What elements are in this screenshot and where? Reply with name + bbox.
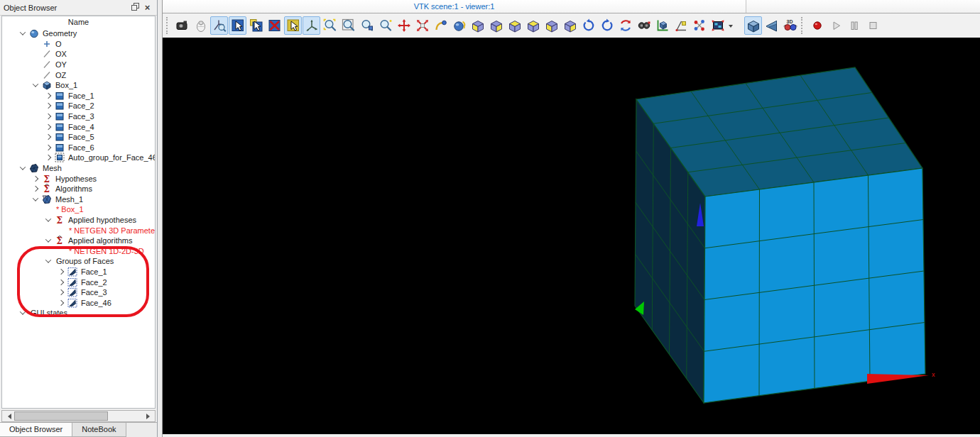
tab-notebook[interactable]: NoteBook [72, 423, 126, 437]
trihedron-axes-button[interactable] [303, 16, 320, 35]
rotation-button[interactable] [450, 16, 468, 35]
reset-view-button[interactable] [616, 16, 634, 35]
expand-chevron-icon[interactable] [42, 155, 55, 160]
expand-chevron-icon[interactable] [42, 114, 55, 118]
tree-item-applied-hypotheses[interactable]: ΣApplied hypotheses [2, 215, 155, 226]
tree-item-face-46[interactable]: Face_46 [2, 297, 155, 308]
tree-item-hypotheses[interactable]: ΣHypotheses [2, 173, 155, 184]
scroll-right-button[interactable] [143, 411, 155, 421]
tree-item-groups-of-faces[interactable]: Groups of Faces [2, 256, 155, 267]
float-window-button[interactable] [129, 1, 141, 13]
change-rotation-point-button[interactable] [432, 16, 450, 35]
graduated-axes-button[interactable] [653, 16, 671, 35]
bottom-view-button[interactable] [524, 16, 542, 35]
dump-view-button[interactable] [173, 16, 191, 35]
expand-chevron-icon[interactable] [42, 104, 55, 108]
global-panning-button[interactable] [413, 16, 431, 35]
face-icon [55, 122, 67, 132]
stop-recording-button[interactable] [864, 16, 881, 35]
vtk-scene-tab[interactable]: VTK scene:1 - viewer:1 [163, 0, 746, 13]
horizontal-scrollbar[interactable] [1, 410, 156, 422]
expand-chevron-icon[interactable] [55, 290, 67, 294]
right-view-button[interactable] [561, 16, 579, 35]
collapse-chevron-icon[interactable] [42, 259, 55, 263]
tree-item-face-3[interactable]: Face_3 [2, 287, 155, 298]
expand-chevron-icon[interactable] [29, 177, 42, 181]
expand-chevron-icon[interactable] [55, 301, 67, 305]
expand-chevron-icon[interactable] [42, 135, 55, 139]
panning-button[interactable] [395, 16, 413, 35]
expand-chevron-icon[interactable] [55, 270, 67, 274]
top-view-button[interactable] [506, 16, 523, 35]
scaling-button[interactable] [672, 16, 690, 35]
collapse-chevron-icon[interactable] [16, 166, 29, 170]
collapse-chevron-icon[interactable] [29, 83, 42, 87]
pause-recording-button[interactable] [845, 16, 863, 35]
scrollbar-thumb[interactable] [14, 411, 108, 421]
tree-item-oy[interactable]: OY [2, 60, 155, 70]
tree-item-gui-states[interactable]: GUI states [2, 308, 155, 319]
keyboard-free-interaction-button[interactable] [210, 16, 228, 35]
tree-item-face-2[interactable]: Face_2 [2, 101, 155, 111]
left-view-button[interactable] [543, 16, 560, 35]
dropdown-arrow-icon[interactable] [729, 25, 733, 30]
start-recording-button[interactable] [808, 16, 826, 35]
tree-item-auto-group-for-face-46[interactable]: Auto_group_for_Face_46 [2, 153, 155, 163]
screen-arrows-button[interactable] [709, 16, 726, 35]
tree-item-face-1[interactable]: Face_1 [2, 267, 155, 277]
vtk-3d-viewport[interactable]: x [163, 38, 980, 434]
tree-item-face-5[interactable]: Face_5 [2, 132, 155, 143]
tree-item-box-1[interactable]: Box_1 [2, 80, 155, 91]
mouse-interaction-button[interactable] [192, 16, 209, 35]
zoom-button[interactable] [376, 16, 394, 35]
fit-selection-button[interactable] [358, 16, 376, 35]
expand-chevron-icon[interactable] [42, 94, 55, 98]
back-view-button[interactable] [487, 16, 505, 35]
tree-item-ox[interactable]: OX [2, 49, 155, 60]
collapse-chevron-icon[interactable] [29, 197, 42, 201]
tree-item-netgen-1d-2d-3d[interactable]: * NETGEN 1D-2D-3D [2, 245, 155, 256]
tree-item-mesh[interactable]: Mesh [2, 163, 155, 174]
tree-item-box-1[interactable]: * Box_1 [2, 204, 155, 215]
tree-item-face-1[interactable]: Face_1 [2, 91, 155, 101]
expand-chevron-icon[interactable] [42, 145, 55, 150]
scrollbar-track[interactable] [13, 411, 143, 421]
collapse-chevron-icon[interactable] [16, 31, 29, 35]
close-panel-button[interactable]: × [141, 1, 153, 13]
preselection-cursor-button[interactable] [284, 16, 302, 35]
tree-item-face-6[interactable]: Face_6 [2, 143, 155, 153]
scroll-left-button[interactable] [2, 411, 13, 421]
expand-chevron-icon[interactable] [55, 280, 67, 284]
disable-selection-button[interactable] [266, 16, 283, 35]
tree-item-face-3[interactable]: Face_3 [2, 111, 155, 122]
tree-item-algorithms[interactable]: ΣAlgorithms [2, 184, 155, 194]
rectangle-selection-button[interactable] [247, 16, 265, 35]
tab-object-browser[interactable]: Object Browser [0, 423, 72, 437]
tree-item-netgen-3d-parameters-1[interactable]: * NETGEN 3D Parameters_1 [2, 225, 155, 236]
camcorder-button[interactable] [635, 16, 653, 35]
expand-chevron-icon[interactable] [42, 125, 55, 129]
perspective-view-button[interactable] [763, 16, 780, 35]
atoms-arrows-button[interactable] [690, 16, 708, 35]
tree-item-o[interactable]: O [2, 39, 155, 50]
tree-item-geometry[interactable]: Geometry [2, 28, 155, 39]
collapse-chevron-icon[interactable] [42, 218, 55, 222]
play-recording-button[interactable] [827, 16, 844, 35]
rotate-counterclockwise-button[interactable] [579, 16, 597, 35]
stereo-view-button[interactable]: 3D [781, 16, 799, 35]
collapse-chevron-icon[interactable] [42, 238, 55, 243]
front-view-button[interactable] [469, 16, 486, 35]
rotate-clockwise-button[interactable] [598, 16, 616, 35]
fit-area-button[interactable] [339, 16, 357, 35]
fit-all-button[interactable] [321, 16, 339, 35]
tree-item-label: Face_1 [80, 267, 107, 276]
tree-item-face-2[interactable]: Face_2 [2, 277, 155, 287]
tree-item-applied-algorithms[interactable]: ΣApplied algorithms [2, 236, 155, 246]
expand-chevron-icon[interactable] [29, 187, 42, 191]
tree-item-oz[interactable]: OZ [2, 70, 155, 80]
collapse-chevron-icon[interactable] [16, 311, 29, 315]
tree-item-mesh-1[interactable]: Mesh_1 [2, 194, 155, 205]
selection-cursor-button[interactable] [229, 16, 246, 35]
tree-item-face-4[interactable]: Face_4 [2, 121, 155, 132]
orthographic-view-button[interactable] [744, 16, 762, 35]
